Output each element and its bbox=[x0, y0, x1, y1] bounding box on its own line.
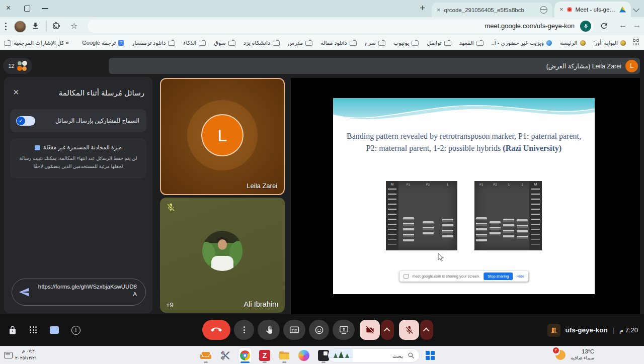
meeting-details-icon[interactable]: i bbox=[71, 326, 80, 335]
zotero-icon: Z bbox=[259, 350, 270, 361]
window-minimize-button[interactable] bbox=[42, 8, 48, 9]
side-panel-grid-icon[interactable] bbox=[633, 39, 640, 46]
gel-lane: 1 bbox=[441, 181, 454, 250]
bookmark-item[interactable]: دانشكاه يزد bbox=[244, 40, 280, 46]
bookmark-item[interactable]: دانلود ترمفسار bbox=[132, 40, 175, 46]
chat-message-link[interactable]: https://forms.gle/ghWSzxbjaKswUUD8 bbox=[38, 284, 137, 290]
bookmark-item[interactable]: الرئيسة bbox=[560, 40, 586, 46]
start-button[interactable] bbox=[426, 351, 435, 360]
bookmark-item[interactable]: مدرس bbox=[288, 40, 312, 46]
taskbar-file-explorer[interactable] bbox=[278, 348, 291, 363]
address-bar[interactable]: meet.google.com/ufs-geye-kon bbox=[88, 20, 594, 33]
camera-options-chevron[interactable] bbox=[381, 320, 394, 340]
bookmark-label: دانشكاه يزد bbox=[244, 40, 270, 46]
chat-notice-box: ميزة المحادثة المستمرة غير مفعّلة لن يتم… bbox=[10, 138, 146, 178]
window-close-button[interactable]: × bbox=[6, 4, 11, 12]
present-screen-button[interactable] bbox=[333, 320, 355, 340]
bookmark-item[interactable]: المعهد bbox=[459, 40, 484, 46]
activities-grid-icon[interactable] bbox=[30, 326, 37, 334]
tab-qrcode[interactable]: × qrcode_291056405_e5f5a8bcb bbox=[432, 3, 552, 17]
tab-close-icon[interactable]: × bbox=[559, 6, 564, 13]
chat-button-icon[interactable] bbox=[50, 326, 59, 334]
bookmark-item[interactable]: سوق bbox=[214, 40, 235, 46]
participant-avatars-cluster bbox=[17, 61, 27, 71]
taskbar-chrome[interactable] bbox=[238, 348, 252, 363]
hand-icon bbox=[264, 325, 273, 334]
slide-title-bold: (Razi University) bbox=[503, 144, 561, 152]
gel-images-row: M P1P21 M P1P212 bbox=[333, 181, 595, 250]
share-notification-text: meet.google.com is sharing your screen. bbox=[412, 274, 480, 279]
bookmarks-overflow-chevron[interactable]: « bbox=[65, 35, 69, 50]
tab-title: Meet - ufs-geye-kon bbox=[576, 7, 616, 13]
close-icon[interactable]: × bbox=[13, 87, 19, 97]
bookmark-star-icon[interactable]: ☆ bbox=[70, 21, 77, 31]
camera-off-button[interactable] bbox=[360, 320, 380, 340]
bookmark-label: دانلود ترمفسار bbox=[132, 40, 166, 46]
window-maximize-button[interactable] bbox=[24, 6, 30, 12]
weather-widget[interactable]: ٣ 13°C سماء صافية bbox=[554, 348, 594, 361]
back-arrow-icon[interactable]: ← bbox=[619, 21, 627, 30]
tab-close-icon[interactable]: × bbox=[437, 7, 441, 13]
toolbar-divider bbox=[46, 21, 47, 31]
taskbar-search[interactable] bbox=[328, 348, 420, 362]
bookmark-item[interactable]: دانلود مقاله bbox=[320, 40, 356, 46]
tray-clock[interactable]: ٠٧:٢٠ م ٢٠٢٥/١٢/٢١ bbox=[15, 348, 37, 362]
tab-meet[interactable]: × Meet - ufs-geye-kon bbox=[554, 2, 631, 17]
bookmark-item[interactable]: ويزيت غير حضوري - آ.. bbox=[492, 40, 552, 46]
mic-options-chevron[interactable] bbox=[420, 320, 433, 340]
taskbar-copilot[interactable] bbox=[297, 348, 310, 363]
present-icon bbox=[339, 326, 349, 334]
bookmark-icon bbox=[168, 41, 175, 46]
voice-search-icon[interactable] bbox=[580, 21, 591, 32]
video-tile-leila[interactable]: L Leila Zarei bbox=[160, 78, 285, 195]
toggle-check-icon: ✓ bbox=[17, 117, 25, 125]
end-call-button[interactable] bbox=[202, 320, 230, 340]
taskbar-zotero[interactable]: Z bbox=[258, 348, 271, 363]
chat-message[interactable]: https://forms.gle/ghWSzxbjaKswUUD8 A bbox=[38, 284, 137, 297]
taskbar-snipping-tool[interactable] bbox=[219, 348, 232, 363]
bookmark-item[interactable]: سرح bbox=[365, 40, 385, 46]
bookmark-icon bbox=[228, 41, 235, 46]
more-options-button[interactable] bbox=[234, 320, 254, 340]
profile-avatar[interactable] bbox=[14, 21, 26, 33]
screen: × + × qrcode_291056405_e5f5a8bcb × Meet … bbox=[0, 0, 644, 364]
allow-messages-label: السماح للمشاركين بإرسال الرسائل bbox=[55, 117, 139, 124]
bookmark-item[interactable]: ترجمة Google bbox=[82, 40, 124, 46]
bookmark-item[interactable]: تواصل bbox=[427, 40, 451, 46]
chat-message-input[interactable]: https://forms.gle/ghWSzxbjaKswUUD8 A bbox=[12, 279, 146, 306]
bookmark-item[interactable]: البوابة 'أور' bbox=[594, 40, 626, 46]
extensions-icon[interactable] bbox=[52, 22, 60, 30]
host-controls-lock-icon[interactable] bbox=[8, 326, 17, 335]
participant-count-pill[interactable]: 12 bbox=[3, 58, 32, 74]
video-tile-ali[interactable]: +9 Ali Ibrahim bbox=[160, 198, 285, 313]
avatar-photo bbox=[202, 231, 243, 271]
participant-name: Ali Ibrahim bbox=[244, 300, 279, 308]
folder-icon bbox=[4, 41, 11, 46]
more-participants-badge[interactable]: +9 bbox=[166, 301, 174, 309]
captions-button[interactable] bbox=[283, 320, 305, 340]
bookmark-icon bbox=[546, 40, 552, 46]
allow-messages-toggle[interactable]: ✓ bbox=[16, 116, 35, 126]
forward-arrow-icon[interactable]: → bbox=[633, 21, 641, 30]
taskbar-app-orange[interactable] bbox=[199, 348, 212, 363]
new-tab-button[interactable]: + bbox=[420, 3, 425, 14]
bookmark-item[interactable]: يونيوب bbox=[393, 40, 419, 46]
hide-link[interactable]: Hide bbox=[516, 274, 524, 279]
all-bookmarks-button[interactable]: كل الإشارات المرجعية bbox=[4, 35, 64, 50]
reactions-button[interactable] bbox=[309, 320, 329, 340]
browser-menu-icon[interactable] bbox=[5, 23, 7, 32]
downloads-icon[interactable] bbox=[31, 22, 40, 30]
bookmark-item[interactable]: الذكاء bbox=[183, 40, 206, 46]
chat-notice-body: لن يتم حفظ الرسائل عند انتهاء المكالمة. … bbox=[10, 154, 146, 170]
bookmark-label: المعهد bbox=[459, 40, 474, 46]
captions-icon bbox=[289, 326, 299, 334]
stop-sharing-button[interactable]: Stop sharing bbox=[484, 272, 513, 280]
raise-hand-button[interactable] bbox=[258, 320, 280, 340]
tab-list-chevron-icon[interactable] bbox=[633, 6, 639, 12]
search-input[interactable] bbox=[367, 349, 404, 362]
send-icon[interactable] bbox=[19, 287, 30, 298]
call-end-icon bbox=[211, 324, 222, 335]
mic-off-button[interactable] bbox=[399, 320, 419, 340]
reload-icon[interactable] bbox=[600, 22, 608, 30]
touch-keyboard-icon[interactable] bbox=[4, 352, 13, 358]
